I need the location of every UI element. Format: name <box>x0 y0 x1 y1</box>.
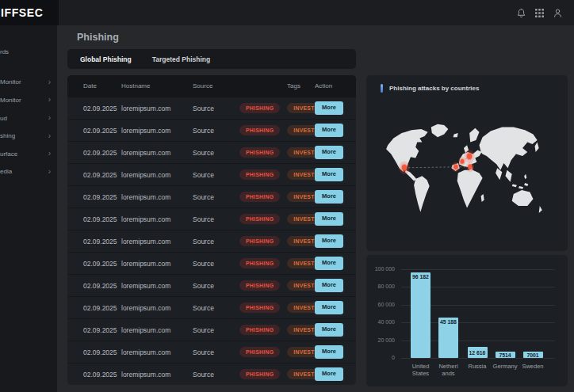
tab-global-phishing[interactable]: Global Phishing <box>80 55 132 63</box>
col-header-source: Source <box>193 82 234 89</box>
col-header-hostname: Hostname <box>121 82 193 89</box>
sidebar: rdsMonitor›Monitor›ud›shing›urface›edia› <box>0 25 57 392</box>
more-button[interactable]: More <box>315 146 343 158</box>
table-row: 02.09.2025loremipsum.comSourcePHISHINGIN… <box>67 252 356 274</box>
tab-targeted-phishing[interactable]: Targeted Phishing <box>152 55 211 63</box>
sidebar-item[interactable]: edia› <box>0 163 57 181</box>
chart-yaxis: 020 00040 00060 00080 000100 000 <box>366 255 396 386</box>
y-axis-tick: 60 000 <box>366 302 395 307</box>
cell-date: 02.09.2025 <box>83 193 121 201</box>
cell-date: 02.09.2025 <box>83 149 121 157</box>
sidebar-item-label: urface <box>0 150 17 158</box>
cell-date: 02.09.2025 <box>83 260 121 268</box>
cell-hostname: loremipsum.com <box>121 282 193 290</box>
bar-sweden: 7001 <box>523 352 543 358</box>
tag-phishing: PHISHING <box>239 147 280 158</box>
more-button[interactable]: More <box>315 168 343 181</box>
chevron-right-icon: › <box>48 150 51 158</box>
cell-source: Source <box>193 171 234 179</box>
cell-source: Source <box>193 304 234 312</box>
more-button[interactable]: More <box>315 345 343 358</box>
cell-source: Source <box>193 348 234 356</box>
map-dot-spain <box>453 165 457 170</box>
cell-tags: PHISHINGINVESTMENT <box>234 347 312 357</box>
chevron-right-icon: › <box>48 168 51 176</box>
brand-logo: IFFSEC <box>0 6 43 19</box>
tag-phishing: PHISHING <box>239 347 280 357</box>
chevron-right-icon: › <box>48 114 51 122</box>
sidebar-item[interactable]: Monitor› <box>0 74 57 92</box>
cell-hostname: loremipsum.com <box>121 171 193 179</box>
y-axis-tick: 100 000 <box>366 266 395 272</box>
table-row: 02.09.2025loremipsum.comSourcePHISHINGIN… <box>67 163 356 185</box>
bar-value-label: 45 188 <box>435 319 461 325</box>
user-icon[interactable] <box>552 7 564 19</box>
more-button[interactable]: More <box>315 323 343 336</box>
table-row: 02.09.2025loremipsum.comSourcePHISHINGIN… <box>67 97 356 119</box>
col-header-date: Date <box>83 82 121 89</box>
more-button[interactable]: More <box>315 101 343 114</box>
more-button[interactable]: More <box>315 279 343 291</box>
cell-tags: PHISHINGINVESTMENT <box>234 169 312 180</box>
tag-phishing: PHISHING <box>239 103 280 113</box>
sidebar-item[interactable]: ud› <box>0 109 57 127</box>
sidebar-item-label: Monitor <box>0 97 21 104</box>
more-button[interactable]: More <box>315 190 343 203</box>
cell-date: 02.09.2025 <box>83 215 121 223</box>
sidebar-item-label: edia <box>0 168 12 175</box>
tag-phishing: PHISHING <box>239 369 280 379</box>
chevron-right-icon: › <box>48 132 51 140</box>
tag-phishing: PHISHING <box>239 325 280 335</box>
cell-hostname: loremipsum.com <box>121 326 193 334</box>
x-axis-label: Sweden <box>515 363 550 370</box>
cell-date: 02.09.2025 <box>83 105 121 112</box>
bell-icon[interactable] <box>515 7 527 19</box>
apps-grid-icon[interactable] <box>534 7 545 19</box>
more-button[interactable]: More <box>315 234 343 247</box>
logo-area: IFFSEC <box>0 0 59 25</box>
cell-hostname: loremipsum.com <box>121 149 193 157</box>
bar-value-label: 7001 <box>520 352 546 358</box>
sidebar-item-label: ud <box>0 115 7 122</box>
chart-plot: 96 18245 18812 61675147001 <box>401 269 555 358</box>
tag-phishing: PHISHING <box>239 192 280 202</box>
more-button[interactable]: More <box>315 367 343 380</box>
tag-phishing: PHISHING <box>239 236 280 246</box>
table-row: 02.09.2025loremipsum.comSourcePHISHINGIN… <box>67 185 356 207</box>
table-header: Date Hostname Source Tags Action <box>67 75 356 97</box>
sidebar-item[interactable]: shing› <box>0 127 57 145</box>
cell-hostname: loremipsum.com <box>121 105 193 112</box>
cell-source: Source <box>193 282 234 290</box>
cell-date: 02.09.2025 <box>83 238 121 245</box>
cell-tags: PHISHINGINVESTMENT <box>234 369 312 379</box>
bar-germany: 7514 <box>496 352 515 358</box>
more-button[interactable]: More <box>315 124 343 136</box>
cell-source: Source <box>193 127 234 135</box>
cell-hostname: loremipsum.com <box>121 371 193 379</box>
cell-tags: PHISHINGINVESTMENT <box>234 303 312 313</box>
cell-tags: PHISHINGINVESTMENT <box>234 192 312 202</box>
table-row: 02.09.2025loremipsum.comSourcePHISHINGIN… <box>67 363 356 385</box>
cell-source: Source <box>193 260 234 268</box>
cell-hostname: loremipsum.com <box>121 238 193 245</box>
cell-source: Source <box>193 371 234 379</box>
col-header-tags: Tags <box>234 82 312 89</box>
cell-hostname: loremipsum.com <box>121 215 193 223</box>
sidebar-item-label: shing <box>0 132 15 139</box>
y-axis-tick: 20 000 <box>366 337 395 343</box>
tag-phishing: PHISHING <box>239 280 280 291</box>
topbar-icons <box>515 0 564 25</box>
tag-phishing: PHISHING <box>239 258 280 268</box>
sidebar-item[interactable]: Monitor› <box>0 91 57 109</box>
sidebar-item-label: rds <box>0 48 9 55</box>
y-axis-tick: 40 000 <box>366 319 395 325</box>
sidebar-item[interactable]: rds <box>0 43 57 61</box>
more-button[interactable]: More <box>315 301 343 314</box>
cell-hostname: loremipsum.com <box>121 127 193 135</box>
attack-route-line <box>404 167 456 168</box>
more-button[interactable]: More <box>315 212 343 225</box>
sidebar-nav: rdsMonitor›Monitor›ud›shing›urface›edia› <box>0 43 57 181</box>
sidebar-item[interactable]: urface› <box>0 145 57 163</box>
sidebar-item-label: Monitor <box>0 78 21 86</box>
more-button[interactable]: More <box>315 257 343 269</box>
